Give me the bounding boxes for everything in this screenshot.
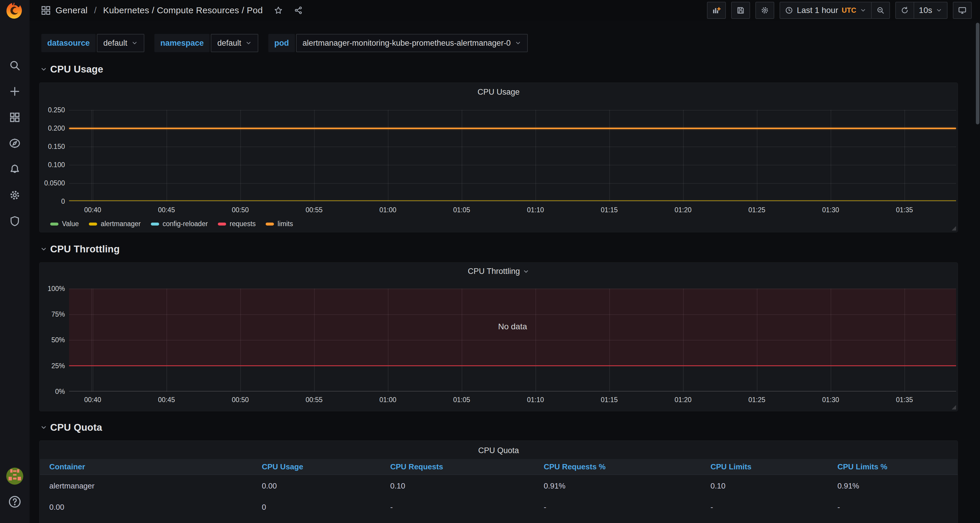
variable-namespace-label: namespace <box>154 34 210 52</box>
legend-chip <box>89 223 97 225</box>
top-navbar: General / Kubernetes / Compute Resources… <box>30 0 980 21</box>
dashboards-grid-icon[interactable] <box>0 108 30 127</box>
x-tick: 01:05 <box>447 206 476 214</box>
y-tick: 25% <box>40 362 65 370</box>
time-range-picker[interactable]: Last 1 hour UTC <box>780 2 871 18</box>
column-header-cpu-usage[interactable]: CPU Usage <box>262 462 390 471</box>
section-title: CPU Quota <box>50 422 102 433</box>
variable-datasource-label: datasource <box>41 34 95 52</box>
panel-title-menu[interactable]: CPU Throttling <box>40 267 958 276</box>
breadcrumb-section[interactable]: General <box>56 5 88 15</box>
x-tick: 01:15 <box>595 396 624 404</box>
chart-legend: Value alertmanager config-reloader reque… <box>50 220 293 228</box>
column-header-cpu-requests[interactable]: CPU Requests <box>390 462 544 471</box>
panel-title[interactable]: CPU Quota <box>40 446 958 455</box>
legend-item-limits[interactable]: limits <box>266 220 293 228</box>
series-alertmanager-line <box>69 200 956 201</box>
cell-cpu-requests: 0.10 <box>390 482 544 491</box>
grafana-logo-icon[interactable] <box>5 2 23 20</box>
legend-item-value[interactable]: Value <box>50 220 79 228</box>
chevron-down-icon <box>40 246 47 253</box>
zoom-out-button[interactable] <box>871 2 889 18</box>
panel-resize-handle[interactable] <box>952 405 956 409</box>
user-avatar[interactable] <box>6 468 23 485</box>
configuration-gear-icon[interactable] <box>0 185 30 205</box>
variable-pod: pod alertmanager-monitoring-kube-prometh… <box>268 34 528 52</box>
y-tick: 0.0500 <box>40 179 65 187</box>
cell-cpu-limits: - <box>711 502 837 512</box>
refresh-group: 10s <box>895 2 948 19</box>
add-panel-button[interactable] <box>707 2 726 19</box>
chevron-down-icon <box>523 268 529 275</box>
column-header-cpu-requests-pct[interactable]: CPU Requests % <box>544 462 711 471</box>
cell-container: alertmanager <box>49 482 262 491</box>
column-header-container[interactable]: Container <box>49 462 262 471</box>
column-header-cpu-limits[interactable]: CPU Limits <box>711 462 837 471</box>
panel-resize-handle[interactable] <box>952 226 956 231</box>
dashboard-title[interactable]: Kubernetes / Compute Resources / Pod <box>103 5 263 15</box>
no-data-message: No data <box>69 322 956 331</box>
cell-cpu-limits: 0.10 <box>711 482 837 491</box>
legend-item-config-reloader[interactable]: config-reloader <box>151 220 208 228</box>
save-dashboard-button[interactable] <box>731 2 750 19</box>
grafana-dashboard: General / Kubernetes / Compute Resources… <box>0 0 980 523</box>
y-tick: 75% <box>40 311 65 319</box>
dashboard-grid-icon <box>41 5 51 15</box>
section-cpu-throttling[interactable]: CPU Throttling <box>40 244 120 255</box>
cell-cpu-requests: - <box>390 502 544 512</box>
time-range-label: Last 1 hour <box>797 6 838 15</box>
threshold-line-25pct <box>69 365 956 366</box>
panel-title[interactable]: CPU Usage <box>40 87 958 97</box>
x-tick: 01:30 <box>816 206 845 214</box>
variable-pod-select[interactable]: alertmanager-monitoring-kube-prometheus-… <box>296 34 528 52</box>
cpu-throttling-plot[interactable]: No data <box>69 288 956 391</box>
panel-cpu-throttling: CPU Throttling 100% 75% 50% 25% 0% No da… <box>39 262 958 411</box>
x-tick: 01:20 <box>668 396 698 404</box>
x-tick: 00:45 <box>152 396 181 404</box>
kiosk-mode-button[interactable] <box>953 2 972 19</box>
variable-namespace-select[interactable]: default <box>211 34 258 52</box>
section-cpu-usage[interactable]: CPU Usage <box>40 64 103 75</box>
table-row: alertmanager 0.00 0.10 0.91% 0.10 0.91% <box>40 475 958 496</box>
column-header-cpu-limits-pct[interactable]: CPU Limits % <box>837 462 958 471</box>
share-icon[interactable] <box>294 6 303 15</box>
alerting-bell-icon[interactable] <box>0 160 30 179</box>
cell-cpu-requests-pct: 0.91% <box>544 482 711 491</box>
y-tick: 0.250 <box>40 106 65 114</box>
refresh-interval-picker[interactable]: 10s <box>913 2 947 18</box>
x-tick: 01:05 <box>447 396 476 404</box>
cell-cpu-usage: 0.00 <box>262 482 390 491</box>
cpu-usage-plot[interactable] <box>69 110 956 201</box>
section-title: CPU Usage <box>50 64 103 75</box>
y-tick: 0.100 <box>40 161 65 169</box>
time-picker-group: Last 1 hour UTC <box>780 2 890 19</box>
dashboard-settings-button[interactable] <box>756 2 774 19</box>
search-icon[interactable] <box>0 56 30 75</box>
x-tick: 01:35 <box>890 206 919 214</box>
chevron-down-icon <box>515 40 521 46</box>
x-tick: 01:30 <box>816 396 845 404</box>
legend-item-requests[interactable]: requests <box>218 220 256 228</box>
x-tick: 01:00 <box>373 396 402 404</box>
x-tick: 00:55 <box>299 396 329 404</box>
template-variables: datasource default namespace default pod… <box>41 34 528 52</box>
refresh-button[interactable] <box>896 2 913 18</box>
server-admin-shield-icon[interactable] <box>0 211 30 231</box>
y-tick: 100% <box>40 285 65 293</box>
create-plus-icon[interactable] <box>0 82 30 101</box>
breadcrumb: General / Kubernetes / Compute Resources… <box>41 5 303 15</box>
section-cpu-quota[interactable]: CPU Quota <box>40 422 102 433</box>
explore-compass-icon[interactable] <box>0 133 30 153</box>
y-tick: 0% <box>40 388 65 396</box>
star-icon[interactable] <box>274 6 283 15</box>
variable-datasource-select[interactable]: default <box>97 34 144 52</box>
sidebar <box>0 0 30 523</box>
cell-container: 0.00 <box>49 502 262 512</box>
x-tick: 01:25 <box>742 206 772 214</box>
help-icon[interactable] <box>8 495 22 509</box>
page-scrollbar[interactable] <box>976 23 979 124</box>
legend-item-alertmanager[interactable]: alertmanager <box>89 220 141 228</box>
y-tick: 0.200 <box>40 124 65 132</box>
x-tick: 00:40 <box>78 206 107 214</box>
x-tick: 01:10 <box>521 396 550 404</box>
